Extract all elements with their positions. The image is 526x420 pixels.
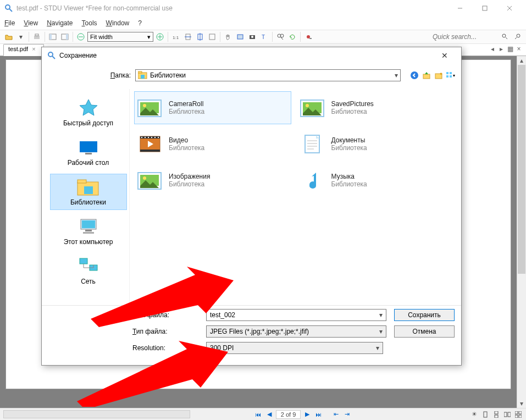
filetype-select[interactable]: JPEG Files (*.jpg;*.jpeg;*.jpe;*.jfif)▾: [206, 325, 386, 338]
menu-help[interactable]: ?: [138, 19, 142, 27]
library-cameraroll[interactable]: CameraRollБиблиотека: [134, 91, 291, 124]
svg-rect-39: [504, 412, 507, 417]
menu-file[interactable]: File: [4, 19, 15, 27]
vertical-scrollbar[interactable]: ▴ ▾: [517, 56, 526, 408]
save-dialog: Сохранение ✕ Папка: Библиотеки ▾ ✦ ▾ Быс…: [41, 47, 462, 366]
zoom-out-icon[interactable]: [75, 31, 86, 42]
quick-search-input[interactable]: [433, 33, 499, 41]
dialog-icon: [47, 51, 56, 60]
svg-rect-60: [85, 153, 92, 154]
svg-rect-66: [85, 230, 92, 231]
resolution-select[interactable]: 300 DPI▾: [206, 342, 383, 354]
next-page-icon[interactable]: ▶: [303, 411, 312, 418]
maximize-button[interactable]: [472, 1, 497, 16]
horizontal-scrollbar[interactable]: [3, 410, 190, 418]
svg-rect-67: [83, 232, 94, 234]
view-menu-icon[interactable]: ▾: [446, 70, 456, 80]
cancel-button[interactable]: Отмена: [394, 325, 455, 338]
library-documents[interactable]: ДокументыБиблиотека: [297, 128, 454, 161]
last-page-icon[interactable]: ⏭: [314, 411, 323, 418]
music-icon: [300, 168, 326, 192]
dropdown-icon[interactable]: ▾: [15, 31, 26, 42]
scroll-thumb[interactable]: [518, 65, 525, 274]
sidebar-right-icon[interactable]: [59, 31, 70, 42]
svg-rect-44: [519, 415, 522, 418]
svg-rect-84: [148, 137, 149, 138]
document-tab[interactable]: test.pdf ×: [3, 44, 44, 56]
refresh-icon[interactable]: [287, 31, 298, 42]
menu-window[interactable]: Window: [106, 19, 130, 27]
svg-rect-63: [84, 186, 93, 194]
folder-select[interactable]: Библиотеки ▾: [135, 69, 401, 81]
forward-icon[interactable]: ⇥: [342, 411, 351, 418]
scroll-down-icon[interactable]: ▾: [517, 399, 526, 408]
new-folder-icon[interactable]: ✦: [434, 70, 444, 80]
tab-close-all-icon[interactable]: ×: [515, 45, 523, 53]
back-icon[interactable]: ⇤: [331, 411, 340, 418]
save-button[interactable]: Сохранить: [394, 309, 455, 321]
open-icon[interactable]: [3, 31, 14, 42]
zoom-in-icon[interactable]: [154, 31, 165, 42]
continuous-page-icon[interactable]: [492, 410, 501, 419]
print-icon[interactable]: [31, 31, 42, 42]
sidebar-left-icon[interactable]: [47, 31, 58, 42]
tab-prev-icon[interactable]: ◂: [489, 45, 496, 53]
close-button[interactable]: [497, 1, 522, 16]
library-savedpictures[interactable]: SavedPicturesБиблиотека: [297, 91, 454, 124]
pictures-icon: [137, 168, 163, 192]
tab-grid-icon[interactable]: ▦: [506, 45, 514, 53]
quick-access-icon: [76, 98, 101, 117]
tab-next-icon[interactable]: ▸: [497, 45, 505, 53]
svg-rect-6: [34, 36, 40, 39]
back-nav-icon[interactable]: [409, 70, 419, 80]
libraries-folder-icon: [76, 178, 101, 196]
filename-label: Имя файла:: [132, 311, 198, 319]
place-this-pc[interactable]: Этот компьютер: [50, 213, 127, 250]
place-desktop[interactable]: Рабочий стол: [50, 134, 127, 170]
place-libraries[interactable]: Библиотеки: [50, 174, 127, 210]
svg-rect-37: [495, 411, 498, 414]
select-tool-icon[interactable]: [235, 31, 246, 42]
svg-text:1:1: 1:1: [173, 35, 179, 40]
zoom-select[interactable]: Fit width▾: [87, 32, 153, 42]
menu-view[interactable]: View: [24, 19, 38, 27]
snapshot-icon[interactable]: [247, 31, 258, 42]
tab-close-icon[interactable]: ×: [32, 46, 35, 52]
settings-icon[interactable]: [303, 31, 314, 42]
up-level-icon[interactable]: [422, 70, 431, 80]
single-page-icon[interactable]: [481, 410, 490, 419]
menu-navigate[interactable]: Navigate: [47, 19, 73, 27]
filename-input[interactable]: test_002▾: [206, 309, 386, 321]
actual-size-icon[interactable]: 1:1: [170, 31, 181, 42]
minimize-button[interactable]: [447, 1, 472, 16]
hand-tool-icon[interactable]: [223, 31, 234, 42]
search-next-icon[interactable]: [512, 31, 523, 42]
svg-rect-87: [158, 137, 159, 138]
scroll-up-icon[interactable]: ▴: [517, 56, 526, 65]
facing-page-icon[interactable]: [503, 410, 512, 419]
fit-width-icon[interactable]: [182, 31, 193, 42]
svg-point-32: [502, 34, 506, 37]
svg-rect-43: [515, 415, 518, 418]
fit-page-icon[interactable]: [207, 31, 218, 42]
menu-tools[interactable]: Tools: [82, 19, 97, 27]
desktop-icon: [76, 138, 101, 157]
brightness-icon[interactable]: ☀: [470, 410, 479, 419]
library-images[interactable]: ИзображенияБиблиотека: [134, 164, 291, 197]
prev-page-icon[interactable]: ◀: [265, 411, 274, 418]
pictures-icon: [300, 96, 326, 120]
dialog-close-button[interactable]: ✕: [434, 51, 456, 60]
page-indicator[interactable]: 2 of 9: [276, 410, 301, 419]
library-music[interactable]: МузыкаБиблиотека: [297, 164, 454, 197]
first-page-icon[interactable]: ⏮: [254, 411, 263, 418]
grid-page-icon[interactable]: [514, 410, 523, 419]
library-videos[interactable]: ВидеоБиблиотека: [134, 128, 291, 161]
fit-height-icon[interactable]: [195, 31, 206, 42]
place-network[interactable]: Сеть: [50, 253, 127, 289]
search-icon[interactable]: [275, 31, 286, 42]
place-quick-access[interactable]: Быстрый доступ: [50, 95, 127, 131]
file-list-area: CameraRollБиблиотека SavedPicturesБиблио…: [132, 89, 456, 305]
text-select-icon[interactable]: T: [259, 31, 270, 42]
search-prev-icon[interactable]: [500, 31, 511, 42]
network-icon: [76, 257, 101, 275]
